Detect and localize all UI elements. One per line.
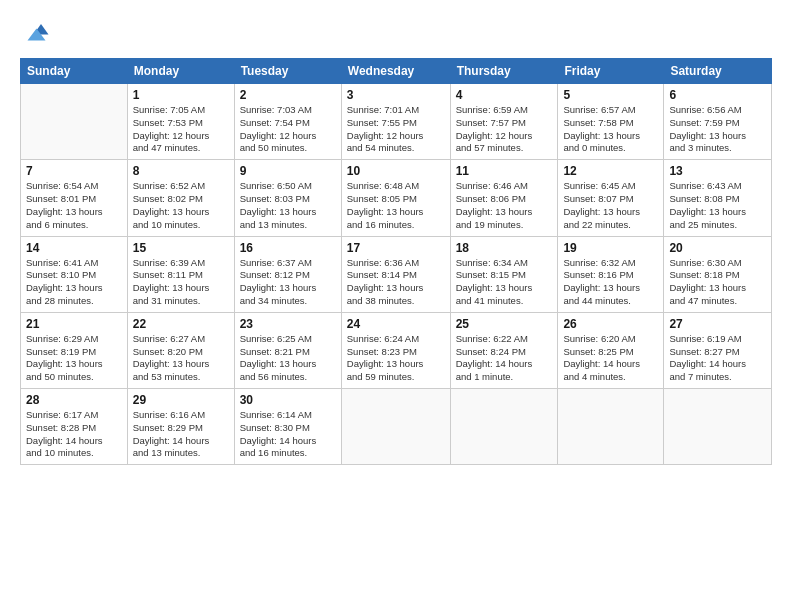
day-cell xyxy=(450,389,558,465)
header-row: SundayMondayTuesdayWednesdayThursdayFrid… xyxy=(21,59,772,84)
day-cell: 4Sunrise: 6:59 AM Sunset: 7:57 PM Daylig… xyxy=(450,84,558,160)
day-info: Sunrise: 6:48 AM Sunset: 8:05 PM Dayligh… xyxy=(347,180,445,231)
day-number: 1 xyxy=(133,88,229,102)
day-cell: 15Sunrise: 6:39 AM Sunset: 8:11 PM Dayli… xyxy=(127,236,234,312)
day-cell: 14Sunrise: 6:41 AM Sunset: 8:10 PM Dayli… xyxy=(21,236,128,312)
day-cell: 30Sunrise: 6:14 AM Sunset: 8:30 PM Dayli… xyxy=(234,389,341,465)
logo xyxy=(20,18,54,48)
day-cell: 28Sunrise: 6:17 AM Sunset: 8:28 PM Dayli… xyxy=(21,389,128,465)
logo-icon xyxy=(20,18,50,48)
day-info: Sunrise: 6:46 AM Sunset: 8:06 PM Dayligh… xyxy=(456,180,553,231)
day-info: Sunrise: 6:59 AM Sunset: 7:57 PM Dayligh… xyxy=(456,104,553,155)
week-row-2: 7Sunrise: 6:54 AM Sunset: 8:01 PM Daylig… xyxy=(21,160,772,236)
day-number: 12 xyxy=(563,164,658,178)
day-cell: 12Sunrise: 6:45 AM Sunset: 8:07 PM Dayli… xyxy=(558,160,664,236)
day-number: 7 xyxy=(26,164,122,178)
day-info: Sunrise: 6:17 AM Sunset: 8:28 PM Dayligh… xyxy=(26,409,122,460)
day-cell: 1Sunrise: 7:05 AM Sunset: 7:53 PM Daylig… xyxy=(127,84,234,160)
day-info: Sunrise: 6:57 AM Sunset: 7:58 PM Dayligh… xyxy=(563,104,658,155)
day-number: 22 xyxy=(133,317,229,331)
day-cell xyxy=(664,389,772,465)
day-info: Sunrise: 6:32 AM Sunset: 8:16 PM Dayligh… xyxy=(563,257,658,308)
day-cell: 26Sunrise: 6:20 AM Sunset: 8:25 PM Dayli… xyxy=(558,312,664,388)
day-number: 24 xyxy=(347,317,445,331)
day-number: 9 xyxy=(240,164,336,178)
day-cell: 16Sunrise: 6:37 AM Sunset: 8:12 PM Dayli… xyxy=(234,236,341,312)
day-cell: 23Sunrise: 6:25 AM Sunset: 8:21 PM Dayli… xyxy=(234,312,341,388)
day-cell: 13Sunrise: 6:43 AM Sunset: 8:08 PM Dayli… xyxy=(664,160,772,236)
day-number: 27 xyxy=(669,317,766,331)
day-cell xyxy=(558,389,664,465)
day-number: 14 xyxy=(26,241,122,255)
calendar-table: SundayMondayTuesdayWednesdayThursdayFrid… xyxy=(20,58,772,465)
day-info: Sunrise: 6:45 AM Sunset: 8:07 PM Dayligh… xyxy=(563,180,658,231)
day-info: Sunrise: 6:30 AM Sunset: 8:18 PM Dayligh… xyxy=(669,257,766,308)
day-number: 11 xyxy=(456,164,553,178)
day-info: Sunrise: 6:34 AM Sunset: 8:15 PM Dayligh… xyxy=(456,257,553,308)
day-info: Sunrise: 6:16 AM Sunset: 8:29 PM Dayligh… xyxy=(133,409,229,460)
day-number: 18 xyxy=(456,241,553,255)
day-number: 21 xyxy=(26,317,122,331)
day-number: 13 xyxy=(669,164,766,178)
day-number: 26 xyxy=(563,317,658,331)
day-cell: 6Sunrise: 6:56 AM Sunset: 7:59 PM Daylig… xyxy=(664,84,772,160)
week-row-4: 21Sunrise: 6:29 AM Sunset: 8:19 PM Dayli… xyxy=(21,312,772,388)
day-info: Sunrise: 6:20 AM Sunset: 8:25 PM Dayligh… xyxy=(563,333,658,384)
day-info: Sunrise: 6:39 AM Sunset: 8:11 PM Dayligh… xyxy=(133,257,229,308)
week-row-1: 1Sunrise: 7:05 AM Sunset: 7:53 PM Daylig… xyxy=(21,84,772,160)
day-info: Sunrise: 6:25 AM Sunset: 8:21 PM Dayligh… xyxy=(240,333,336,384)
day-number: 23 xyxy=(240,317,336,331)
col-header-wednesday: Wednesday xyxy=(341,59,450,84)
day-info: Sunrise: 7:01 AM Sunset: 7:55 PM Dayligh… xyxy=(347,104,445,155)
col-header-monday: Monday xyxy=(127,59,234,84)
page: SundayMondayTuesdayWednesdayThursdayFrid… xyxy=(0,0,792,612)
day-cell: 7Sunrise: 6:54 AM Sunset: 8:01 PM Daylig… xyxy=(21,160,128,236)
week-row-3: 14Sunrise: 6:41 AM Sunset: 8:10 PM Dayli… xyxy=(21,236,772,312)
col-header-saturday: Saturday xyxy=(664,59,772,84)
day-number: 8 xyxy=(133,164,229,178)
day-number: 29 xyxy=(133,393,229,407)
day-info: Sunrise: 6:24 AM Sunset: 8:23 PM Dayligh… xyxy=(347,333,445,384)
day-info: Sunrise: 6:56 AM Sunset: 7:59 PM Dayligh… xyxy=(669,104,766,155)
day-number: 28 xyxy=(26,393,122,407)
day-cell: 21Sunrise: 6:29 AM Sunset: 8:19 PM Dayli… xyxy=(21,312,128,388)
day-cell: 20Sunrise: 6:30 AM Sunset: 8:18 PM Dayli… xyxy=(664,236,772,312)
day-number: 15 xyxy=(133,241,229,255)
day-info: Sunrise: 6:14 AM Sunset: 8:30 PM Dayligh… xyxy=(240,409,336,460)
day-info: Sunrise: 6:52 AM Sunset: 8:02 PM Dayligh… xyxy=(133,180,229,231)
day-number: 5 xyxy=(563,88,658,102)
day-info: Sunrise: 6:22 AM Sunset: 8:24 PM Dayligh… xyxy=(456,333,553,384)
day-info: Sunrise: 7:03 AM Sunset: 7:54 PM Dayligh… xyxy=(240,104,336,155)
day-info: Sunrise: 6:36 AM Sunset: 8:14 PM Dayligh… xyxy=(347,257,445,308)
day-info: Sunrise: 6:43 AM Sunset: 8:08 PM Dayligh… xyxy=(669,180,766,231)
day-info: Sunrise: 6:54 AM Sunset: 8:01 PM Dayligh… xyxy=(26,180,122,231)
day-cell: 29Sunrise: 6:16 AM Sunset: 8:29 PM Dayli… xyxy=(127,389,234,465)
day-cell: 18Sunrise: 6:34 AM Sunset: 8:15 PM Dayli… xyxy=(450,236,558,312)
day-cell: 11Sunrise: 6:46 AM Sunset: 8:06 PM Dayli… xyxy=(450,160,558,236)
day-number: 20 xyxy=(669,241,766,255)
day-number: 6 xyxy=(669,88,766,102)
day-info: Sunrise: 6:37 AM Sunset: 8:12 PM Dayligh… xyxy=(240,257,336,308)
day-number: 2 xyxy=(240,88,336,102)
day-number: 4 xyxy=(456,88,553,102)
day-number: 17 xyxy=(347,241,445,255)
day-cell xyxy=(341,389,450,465)
day-cell: 5Sunrise: 6:57 AM Sunset: 7:58 PM Daylig… xyxy=(558,84,664,160)
col-header-thursday: Thursday xyxy=(450,59,558,84)
day-cell: 25Sunrise: 6:22 AM Sunset: 8:24 PM Dayli… xyxy=(450,312,558,388)
day-info: Sunrise: 6:41 AM Sunset: 8:10 PM Dayligh… xyxy=(26,257,122,308)
header xyxy=(20,18,772,48)
day-cell: 8Sunrise: 6:52 AM Sunset: 8:02 PM Daylig… xyxy=(127,160,234,236)
day-number: 30 xyxy=(240,393,336,407)
day-info: Sunrise: 6:50 AM Sunset: 8:03 PM Dayligh… xyxy=(240,180,336,231)
day-cell: 10Sunrise: 6:48 AM Sunset: 8:05 PM Dayli… xyxy=(341,160,450,236)
day-info: Sunrise: 7:05 AM Sunset: 7:53 PM Dayligh… xyxy=(133,104,229,155)
day-info: Sunrise: 6:29 AM Sunset: 8:19 PM Dayligh… xyxy=(26,333,122,384)
day-cell xyxy=(21,84,128,160)
day-info: Sunrise: 6:27 AM Sunset: 8:20 PM Dayligh… xyxy=(133,333,229,384)
week-row-5: 28Sunrise: 6:17 AM Sunset: 8:28 PM Dayli… xyxy=(21,389,772,465)
day-info: Sunrise: 6:19 AM Sunset: 8:27 PM Dayligh… xyxy=(669,333,766,384)
day-cell: 2Sunrise: 7:03 AM Sunset: 7:54 PM Daylig… xyxy=(234,84,341,160)
col-header-sunday: Sunday xyxy=(21,59,128,84)
col-header-friday: Friday xyxy=(558,59,664,84)
